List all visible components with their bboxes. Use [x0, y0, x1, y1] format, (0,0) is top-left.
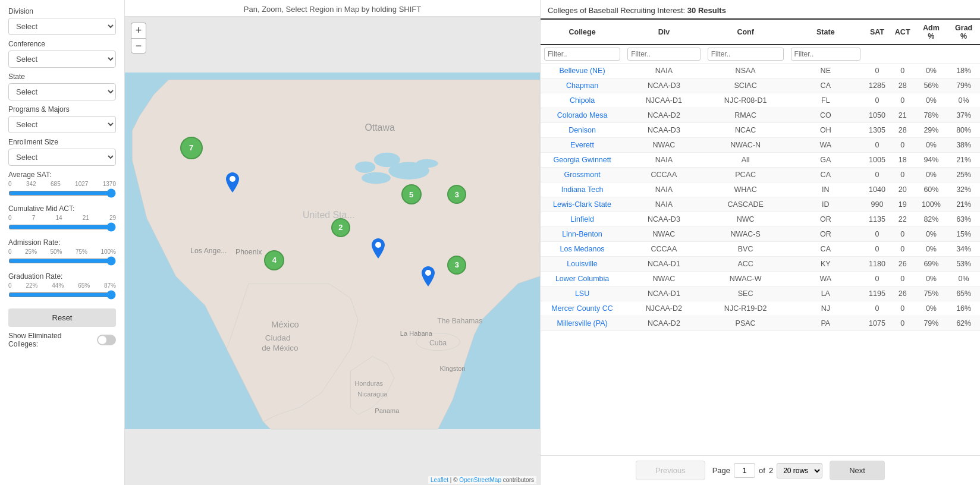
table-row: Linfield NCAA-D3 NWC OR 1135 22 82% 63% — [541, 212, 980, 227]
conference-label: Conference — [8, 40, 116, 48]
filter-conf-input[interactable] — [708, 48, 784, 61]
college-link[interactable]: Everett — [570, 141, 594, 149]
college-link[interactable]: Lewis-Clark State — [553, 200, 611, 209]
previous-button[interactable]: Previous — [636, 461, 705, 480]
cell-div: NAIA — [624, 182, 704, 197]
cell-conf: PSAC — [704, 316, 787, 331]
osm-link[interactable]: OpenStreetMap — [459, 477, 501, 483]
cell-college: Indiana Tech — [541, 182, 624, 197]
table-row: Everett NWAC NWAC-N WA 0 0 0% 38% — [541, 138, 980, 153]
cell-conf: ACC — [704, 257, 787, 272]
cell-conf: SCIAC — [704, 78, 787, 93]
cell-adm: 82% — [915, 212, 948, 227]
svg-point-4 — [362, 172, 391, 184]
cell-conf: SEC — [704, 286, 787, 301]
cell-div: NJCAA-D1 — [624, 93, 704, 108]
of-label: of — [759, 466, 765, 475]
cell-state: CO — [787, 108, 864, 123]
act-slider[interactable] — [8, 222, 116, 232]
map-cluster[interactable]: 2 — [331, 218, 350, 237]
col-adm: Adm % — [915, 20, 948, 45]
map-cluster[interactable]: 3 — [447, 185, 466, 204]
page-number-input[interactable] — [734, 463, 755, 478]
map-cluster[interactable]: 5 — [401, 184, 422, 204]
map-marker[interactable] — [422, 266, 435, 288]
map-container[interactable]: Ottawa México Ciudad de México United St… — [125, 17, 540, 485]
sat-ticks: 0 342 685 1027 1370 — [8, 181, 116, 187]
cell-sat: 1305 — [864, 123, 890, 138]
college-link[interactable]: Chipola — [570, 96, 595, 105]
cell-sat: 1180 — [864, 257, 890, 272]
map-cluster[interactable]: 3 — [447, 256, 466, 275]
college-link[interactable]: Lower Columbia — [555, 275, 609, 283]
cell-act: 0 — [890, 227, 915, 242]
enrollment-label: Enrollment Size — [8, 138, 116, 146]
filter-conf-cell — [704, 45, 787, 64]
adm-slider[interactable] — [8, 256, 116, 266]
map-cluster[interactable]: 4 — [264, 250, 284, 270]
programs-select[interactable]: Select — [8, 116, 116, 133]
grad-slider[interactable] — [8, 290, 116, 300]
total-pages: 2 — [769, 466, 773, 475]
college-link[interactable]: Chapman — [566, 81, 598, 90]
sat-range-group: Average SAT: 0 342 685 1027 1370 — [8, 171, 116, 200]
college-link[interactable]: Mercer County CC — [551, 304, 613, 313]
sat-slider[interactable] — [8, 188, 116, 198]
state-select[interactable]: Select — [8, 83, 116, 100]
zoom-out-button[interactable]: − — [131, 38, 146, 53]
college-link[interactable]: Los Medanos — [560, 245, 605, 253]
college-link[interactable]: Georgia Gwinnett — [553, 156, 611, 164]
map-marker[interactable] — [372, 238, 385, 260]
adm-range-group: Admission Rate: 0 25% 50% 75% 100% — [8, 238, 116, 267]
show-eliminated-toggle[interactable] — [97, 335, 116, 345]
svg-text:Honduras: Honduras — [354, 380, 383, 387]
grad-label: Graduation Rate: — [8, 272, 116, 281]
enrollment-select[interactable]: Select — [8, 149, 116, 166]
college-link[interactable]: Grossmont — [564, 171, 601, 179]
college-link[interactable]: Denison — [568, 126, 596, 134]
cell-div: NAIA — [624, 153, 704, 168]
conference-select[interactable]: Select — [8, 51, 116, 68]
college-link[interactable]: Colorado Mesa — [557, 111, 608, 119]
filter-college-input[interactable] — [544, 48, 620, 61]
cell-state: GA — [787, 153, 864, 168]
table-row: Louisville NCAA-D1 ACC KY 1180 26 69% 53… — [541, 257, 980, 272]
college-link[interactable]: LSU — [575, 289, 589, 298]
cell-sat: 990 — [864, 197, 890, 212]
reset-button[interactable]: Reset — [8, 308, 116, 327]
cell-sat: 1005 — [864, 153, 890, 168]
cell-college: Los Medanos — [541, 242, 624, 257]
svg-point-22 — [375, 242, 381, 248]
rows-per-page-select[interactable]: 20 rows 10 rows 50 rows — [777, 463, 822, 478]
table-row: Grossmont CCCAA PCAC CA 0 0 0% 25% — [541, 168, 980, 182]
cell-state: NE — [787, 64, 864, 78]
filter-state-input[interactable] — [791, 48, 860, 61]
cell-div: NCAA-D1 — [624, 286, 704, 301]
college-link[interactable]: Linfield — [570, 215, 594, 223]
cell-sat: 0 — [864, 93, 890, 108]
cell-grad: 16% — [947, 301, 980, 316]
map-cluster[interactable]: 7 — [180, 137, 203, 159]
enrollment-filter: Enrollment Size Select — [8, 138, 116, 166]
svg-text:Ottawa: Ottawa — [365, 122, 395, 133]
college-link[interactable]: Linn-Benton — [562, 230, 602, 238]
cell-sat: 0 — [864, 301, 890, 316]
cell-state: CA — [787, 78, 864, 93]
cell-act: 0 — [890, 242, 915, 257]
zoom-in-button[interactable]: + — [131, 23, 146, 38]
college-link[interactable]: Millersville (PA) — [557, 319, 607, 327]
panel-header-prefix: Colleges of Baseball Recruiting Interest… — [548, 6, 687, 15]
svg-text:Kingston: Kingston — [440, 365, 466, 372]
cell-grad: 65% — [947, 286, 980, 301]
college-link[interactable]: Louisville — [567, 260, 597, 268]
college-link[interactable]: Bellevue (NE) — [560, 67, 605, 75]
filter-state-cell — [787, 45, 864, 64]
college-link[interactable]: Indiana Tech — [561, 185, 604, 194]
cell-adm: 0% — [915, 272, 948, 286]
table-row: Mercer County CC NJCAA-D2 NJC-R19-D2 NJ … — [541, 301, 980, 316]
next-button[interactable]: Next — [830, 461, 885, 480]
division-select[interactable]: Select — [8, 18, 116, 35]
map-marker[interactable] — [226, 172, 239, 194]
leaflet-link[interactable]: Leaflet — [431, 477, 448, 483]
filter-div-input[interactable] — [627, 48, 701, 61]
